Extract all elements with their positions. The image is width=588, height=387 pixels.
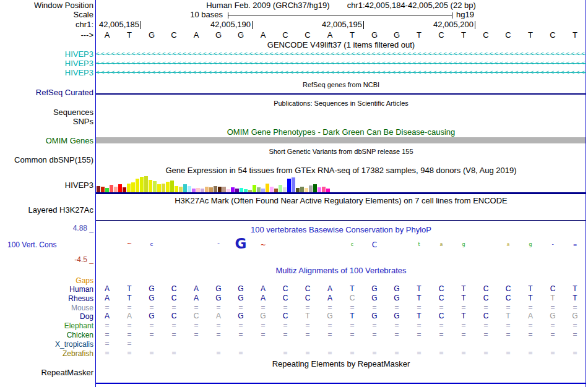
alignment-base: T: [118, 284, 141, 293]
species-label-mouse[interactable]: Mouse: [71, 304, 93, 312]
alignment-base: G: [230, 284, 252, 293]
gtex-expression-bar[interactable]: [209, 187, 213, 192]
species-label-rhesus[interactable]: Rhesus: [68, 294, 93, 303]
repeatmasker-track-title[interactable]: Repeating Elements by RepeatMasker: [96, 360, 586, 368]
gtex-expression-bar[interactable]: [313, 184, 317, 192]
species-label-chicken[interactable]: Chicken: [67, 331, 93, 339]
alignment-base: G: [141, 284, 163, 293]
gtex-expression-bar[interactable]: [157, 184, 161, 192]
gtex-expression-bar[interactable]: [231, 187, 235, 192]
gtex-expression-bar[interactable]: [300, 187, 304, 192]
layered-h3k27ac-label[interactable]: Layered H3K27Ac: [28, 206, 93, 215]
gtex-expression-bar[interactable]: [140, 177, 144, 192]
gtex-expression-bar[interactable]: [123, 187, 126, 192]
gtex-expression-bar[interactable]: [131, 182, 135, 192]
gtex-expression-bar[interactable]: [136, 179, 139, 192]
gtex-expression-bar[interactable]: [101, 187, 105, 192]
gencode-track-title[interactable]: GENCODE V49lift37 (1 items filtered out): [96, 41, 586, 49]
alignment-base: A: [96, 294, 118, 302]
common-dbsnp-label[interactable]: Common dbSNP(155): [14, 156, 93, 164]
gtex-expression-bar[interactable]: [179, 187, 183, 192]
gencode-item-label[interactable]: HIVEP3: [65, 50, 93, 59]
gtex-expression-bar[interactable]: [162, 184, 165, 192]
alignment-base: =: [363, 349, 386, 357]
gtex-expression-bar[interactable]: [266, 184, 269, 192]
species-label-x-tropicalis[interactable]: X_tropicalis: [55, 340, 93, 349]
gencode-gene-line[interactable]: <<<<<<<<<<<<<<<<<<<<<<<<<<<<<<<<<<<<<<<<…: [96, 59, 586, 67]
alignment-base: [475, 339, 497, 348]
gtex-track-title[interactable]: Gene Expression in 54 tissues from GTEx …: [96, 166, 586, 175]
alignment-row-zebrafish: ====================: [96, 349, 586, 357]
gtex-expression-bar[interactable]: [166, 182, 170, 192]
sequences-label[interactable]: Sequences: [53, 108, 93, 117]
gencode-item-label[interactable]: HIVEP3: [65, 59, 93, 68]
refseq-curated-label[interactable]: RefSeq Curated: [36, 88, 93, 97]
gencode-item-label[interactable]: HIVEP3: [65, 69, 93, 77]
ruler-tick-label: 42,005,200: [433, 20, 473, 29]
gtex-expression-bar[interactable]: [283, 187, 287, 192]
gtex-expression-bar[interactable]: [296, 188, 300, 192]
species-label-elephant[interactable]: Elephant: [64, 321, 93, 330]
gtex-expression-bar[interactable]: [196, 188, 200, 192]
gencode-gene-line[interactable]: <<<<<<<<<<<<<<<<<<<<<<<<<<<<<<<<<<<<<<<<…: [96, 50, 586, 58]
gtex-expression-bar[interactable]: [240, 188, 243, 192]
gtex-expression-bar[interactable]: [188, 186, 191, 192]
gtex-expression-bar[interactable]: [287, 179, 291, 192]
gtex-expression-bar[interactable]: [175, 186, 178, 192]
gtex-expression-bar[interactable]: [257, 187, 261, 192]
omim-genes-label[interactable]: OMIM Genes: [46, 137, 93, 145]
alignment-base: =: [163, 349, 185, 357]
gtex-expression-bar[interactable]: [253, 185, 256, 192]
gtex-expression-bar[interactable]: [318, 187, 321, 192]
gtex-expression-bar[interactable]: [205, 187, 209, 192]
h3k27ac-track-title[interactable]: H3K27Ac Mark (Often Found Near Active Re…: [96, 197, 586, 205]
reference-base: G: [207, 31, 230, 40]
gtex-gene-label[interactable]: HIVEP3: [65, 181, 93, 190]
vert-cons-label[interactable]: 100 Vert. Cons: [7, 240, 56, 249]
alignment-row-dog: AAGCCAGGCTGTGGTCTCTAGG: [96, 312, 586, 320]
species-label-dog[interactable]: Dog: [80, 312, 93, 321]
gtex-expression-bar[interactable]: [149, 180, 152, 192]
assembly-title: Human Feb. 2009 (GRCh37/hg19): [206, 1, 329, 10]
repeatmasker-label[interactable]: RepeatMasker: [41, 368, 93, 377]
refseq-track-title[interactable]: RefSeq genes from NCBI: [96, 80, 586, 89]
gencode-gene-line[interactable]: <<<<<<<<<<<<<<<<<<<<<<<<<<<<<<<<<<<<<<<<…: [96, 69, 586, 77]
reference-base: C: [430, 31, 452, 40]
gtex-expression-bar[interactable]: [127, 184, 131, 192]
gtex-expression-bar[interactable]: [114, 187, 118, 192]
phylop-track-title[interactable]: 100 vertebrates Basewise Conservation by…: [96, 226, 586, 234]
gtex-expression-bar[interactable]: [270, 187, 274, 192]
gtex-expression-bar[interactable]: [97, 186, 100, 192]
gtex-expression-bar[interactable]: [153, 181, 157, 192]
alignment-base: =: [564, 321, 586, 330]
gtex-expression-bar[interactable]: [170, 181, 174, 192]
gtex-expression-bar[interactable]: [309, 185, 313, 192]
gtex-expression-bar[interactable]: [292, 177, 295, 192]
gtex-expression-bar[interactable]: [118, 184, 122, 192]
publications-track-title[interactable]: Publications: Sequences in Scientific Ar…: [96, 99, 586, 108]
gtex-expression-bar[interactable]: [105, 188, 109, 192]
strand-arrow-label[interactable]: --->: [80, 31, 93, 40]
gtex-expression-bar[interactable]: [110, 185, 113, 192]
gaps-label[interactable]: Gaps: [76, 276, 93, 285]
gtex-expression-bar[interactable]: [322, 187, 326, 192]
gtex-expression-bar[interactable]: [183, 184, 187, 192]
multiz-track-title[interactable]: Multiz Alignments of 100 Vertebrates: [96, 266, 586, 275]
dbsnp-track-title[interactable]: Short Genetic Variants from dbSNP releas…: [96, 147, 586, 156]
alignment-base: T: [452, 284, 475, 293]
species-label-zebrafish[interactable]: Zebrafish: [63, 349, 93, 358]
omim-gene-bar[interactable]: [96, 137, 586, 143]
gtex-expression-bar[interactable]: [279, 185, 282, 192]
snps-label[interactable]: SNPs: [73, 117, 93, 126]
alignment-base: =: [296, 303, 319, 312]
gtex-expression-bar[interactable]: [305, 188, 308, 192]
phylop-max-value: 4.88 _: [73, 224, 93, 232]
species-label-human[interactable]: Human: [69, 285, 93, 294]
alignment-base: =: [252, 303, 274, 312]
gtex-expression-bar[interactable]: [218, 187, 222, 192]
refseq-gene-line[interactable]: [96, 93, 586, 95]
omim-track-title[interactable]: OMIM Gene Phenotypes - Dark Green Can Be…: [96, 128, 586, 137]
gtex-expression-bar[interactable]: [214, 186, 217, 192]
gtex-expression-bar[interactable]: [222, 187, 226, 192]
gtex-expression-bar[interactable]: [144, 176, 148, 192]
